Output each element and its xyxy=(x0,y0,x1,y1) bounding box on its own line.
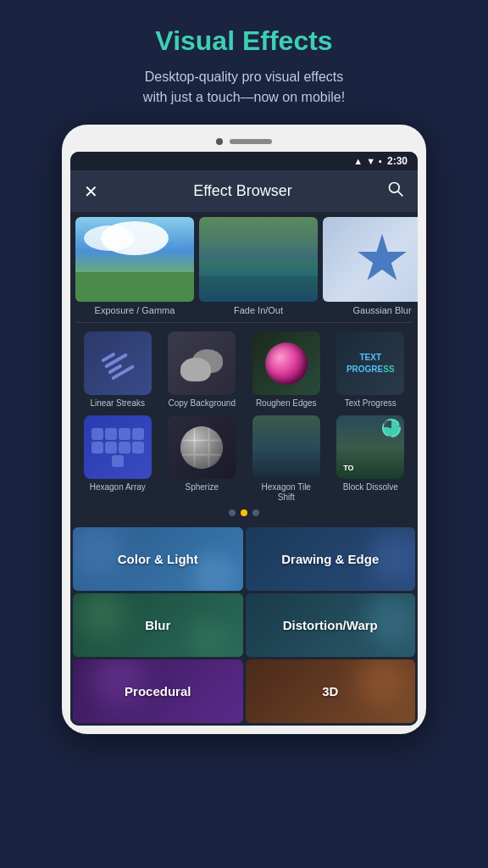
effect-card-fade[interactable]: Fade In/Out xyxy=(199,217,318,315)
search-button[interactable] xyxy=(387,181,404,202)
dissolve-to-label: TO xyxy=(343,464,353,472)
roughen-ball xyxy=(265,342,308,385)
hex-dot xyxy=(92,442,103,453)
effect-label-roughen: Roughen Edges xyxy=(256,398,317,409)
effect-item-sphere[interactable]: Spherize xyxy=(164,415,241,503)
hex-dot xyxy=(132,442,144,453)
status-bar: ▲ ▼ ▪ 2:30 xyxy=(70,152,418,170)
thumb-text: TEXTPROGRESS xyxy=(336,331,404,395)
effect-label-gaussian: Gaussian Blur xyxy=(323,305,418,315)
category-label-blur: Blur xyxy=(145,618,170,632)
app-bar: ✕ Effect Browser xyxy=(70,170,418,212)
page-title: Visual Effects xyxy=(34,25,454,57)
effect-item-linear[interactable]: Linear Streaks xyxy=(79,331,157,409)
category-label-proc: Procedural xyxy=(125,684,191,698)
wifi-icon: ▼ xyxy=(366,156,375,166)
hex-dot xyxy=(119,442,130,453)
effect-item-hexarray[interactable]: Hexagon Array xyxy=(79,415,157,503)
effect-label-fade: Fade In/Out xyxy=(199,305,318,315)
effect-item-copy[interactable]: Copy Background xyxy=(164,331,241,409)
categories-section: Color & Light Drawing & Edge Blur Distor… xyxy=(70,525,418,726)
phone-camera xyxy=(216,138,223,145)
svg-line-1 xyxy=(398,192,403,197)
status-time: 2:30 xyxy=(387,155,408,167)
effect-label-hexarray: Hexagon Array xyxy=(90,482,146,492)
thumb-sphere xyxy=(168,415,236,479)
dot-2-active[interactable] xyxy=(241,509,247,516)
effect-label-hextile: Hexagon TileShift xyxy=(262,482,311,503)
hex-dot xyxy=(112,455,124,467)
dot-3[interactable] xyxy=(252,509,259,516)
effect-card-exposure[interactable]: Exposure / Gamma xyxy=(75,217,194,315)
category-label-drawing: Drawing & Edge xyxy=(281,552,379,566)
category-distort[interactable]: Distortion/Warp xyxy=(246,593,416,657)
copy-shapes-visual xyxy=(180,342,223,385)
category-label-light: Color & Light xyxy=(118,552,198,566)
hex-dot xyxy=(132,428,144,440)
header-section: Visual Effects Desktop-quality pro visua… xyxy=(0,0,488,125)
effect-label-sphere: Spherize xyxy=(186,482,219,492)
hex-dot xyxy=(92,428,103,440)
phone-top-bar xyxy=(70,138,418,145)
thumb-hexarray xyxy=(84,415,152,479)
thumb-blockdissolve: TO xyxy=(336,415,404,479)
svg-point-0 xyxy=(390,183,400,193)
effect-card-gaussian[interactable]: Gaussian Blur xyxy=(323,217,418,315)
star-shape xyxy=(357,234,408,285)
effect-thumb-star xyxy=(323,217,418,302)
thumb-hextile xyxy=(252,415,320,479)
effects-grid-section: Linear Streaks Copy Background xyxy=(70,323,418,525)
category-3d[interactable]: 3D xyxy=(246,659,416,723)
category-blur[interactable]: Blur xyxy=(73,593,243,657)
dot-1[interactable] xyxy=(229,509,236,516)
thumb-linear xyxy=(84,331,152,395)
signal-icon: ▲ xyxy=(353,156,363,166)
text-progress-preview: TEXTPROGRESS xyxy=(347,352,395,376)
phone-screen: ▲ ▼ ▪ 2:30 ✕ Effect Browser xyxy=(70,152,418,726)
pagination-dots xyxy=(79,503,409,520)
effect-thumb-lake xyxy=(199,217,318,302)
page-subtitle: Desktop-quality pro visual effectswith j… xyxy=(34,67,454,108)
effect-item-roughen[interactable]: Roughen Edges xyxy=(247,331,325,409)
effect-label-copy: Copy Background xyxy=(169,398,236,409)
effect-item-hextile[interactable]: Hexagon TileShift xyxy=(247,415,325,503)
copy-shape-front xyxy=(180,358,211,381)
hex-dot xyxy=(119,428,130,440)
category-drawing-edge[interactable]: Drawing & Edge xyxy=(246,527,416,591)
category-procedural[interactable]: Procedural xyxy=(73,659,243,723)
category-color-light[interactable]: Color & Light xyxy=(73,527,243,591)
linear-streaks-visual xyxy=(101,347,135,380)
status-icons: ▲ ▼ ▪ xyxy=(353,156,382,166)
thumb-roughen xyxy=(252,331,320,395)
close-button[interactable]: ✕ xyxy=(84,181,98,202)
featured-effects-row: Exposure / Gamma Fade In/Out Gaussian Bl… xyxy=(70,212,418,322)
app-bar-title: Effect Browser xyxy=(193,182,292,200)
effect-label-exposure: Exposure / Gamma xyxy=(75,305,194,315)
effect-item-text[interactable]: TEXTPROGRESS Text Progress xyxy=(332,331,410,409)
category-label-distort: Distortion/Warp xyxy=(283,618,378,632)
effect-item-blockdissolve[interactable]: TO Block Dissolve xyxy=(332,415,410,503)
hex-dot xyxy=(105,428,117,440)
effect-thumb-sky xyxy=(75,217,194,302)
effects-grid: Linear Streaks Copy Background xyxy=(79,331,409,503)
dissolve-progress-circle xyxy=(382,419,401,437)
effect-label-blockdissolve: Block Dissolve xyxy=(343,482,398,492)
thumb-copy xyxy=(168,331,236,395)
sphere-shape xyxy=(180,426,223,469)
effect-label-linear: Linear Streaks xyxy=(91,398,145,409)
effect-label-text: Text Progress xyxy=(345,398,396,409)
category-label-3d: 3D xyxy=(322,684,338,698)
phone-mockup: ▲ ▼ ▪ 2:30 ✕ Effect Browser xyxy=(62,125,426,734)
battery-icon: ▪ xyxy=(379,156,382,166)
hex-dot xyxy=(105,442,117,453)
phone-speaker xyxy=(230,139,272,144)
